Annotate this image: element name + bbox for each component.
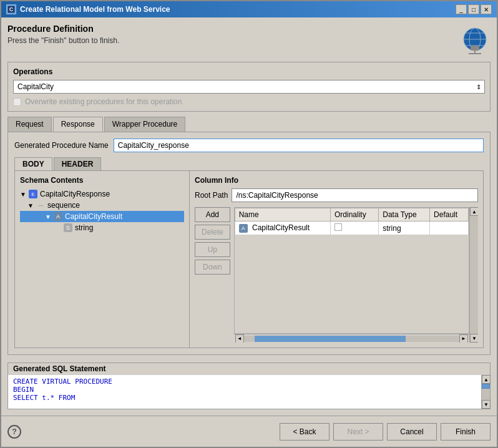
h-scroll-thumb: [255, 336, 406, 342]
help-icon: ?: [12, 427, 17, 436]
delete-button[interactable]: Delete: [195, 225, 230, 240]
down-button[interactable]: Down: [195, 260, 230, 275]
inner-tab-content: Schema Contents ▼ E CapitalCityResponse: [14, 170, 484, 348]
operations-select-wrapper: CapitalCity: [13, 80, 485, 94]
tab-response[interactable]: Response: [53, 117, 103, 132]
column-area: Add Delete Up Down: [195, 207, 478, 343]
operations-group: Operations CapitalCity Overwrite existin…: [7, 62, 491, 112]
tree-label-string: string: [75, 223, 93, 232]
tree-view: ▼ E CapitalCityResponse ▼ ···· sequence: [20, 188, 184, 343]
title-bar-controls: _ □ ✕: [456, 4, 492, 14]
sql-scroll-track: [482, 384, 490, 400]
v-scroll-up-btn[interactable]: ▲: [470, 207, 478, 216]
globe-icon: [459, 24, 491, 57]
add-button[interactable]: Add: [195, 207, 230, 222]
operations-label: Operations: [13, 67, 485, 76]
overwrite-label: Overwrite existing procedures for this o…: [25, 97, 182, 106]
overwrite-checkbox[interactable]: [13, 98, 21, 106]
procedure-name-label: Generated Procedure Name: [14, 141, 109, 150]
overwrite-row: Overwrite existing procedures for this o…: [13, 97, 485, 106]
sql-line-3: SELECT t.* FROM: [13, 394, 476, 402]
tab-content: Generated Procedure Name BODY HEADER Sch…: [7, 132, 491, 355]
next-button[interactable]: Next >: [333, 423, 383, 441]
tab-wrapper[interactable]: Wrapper Procedure: [104, 117, 186, 132]
title-bar: C Create Relational Model from Web Servi…: [1, 1, 497, 17]
column-buttons: Add Delete Up Down: [195, 207, 230, 343]
svg-rect-7: [471, 46, 479, 51]
column-table: Name Ordinality Data Type Default: [235, 208, 469, 235]
v-scroll-track: [470, 216, 478, 334]
scroll-left-btn[interactable]: ◄: [235, 334, 244, 343]
schema-panel: Schema Contents ▼ E CapitalCityResponse: [15, 171, 190, 348]
scroll-right-btn[interactable]: ►: [459, 334, 468, 343]
col-header-default: Default: [430, 208, 469, 222]
svg-text:C: C: [9, 6, 14, 12]
tabs-section: Request Response Wrapper Procedure Gener…: [7, 117, 491, 355]
tree-label-result: CapitalCityResult: [65, 212, 122, 221]
footer-left: ?: [7, 425, 26, 439]
up-button[interactable]: Up: [195, 242, 230, 257]
sql-vertical-scrollbar[interactable]: ▲ ▼: [481, 375, 490, 409]
tree-item-seq[interactable]: ▼ ···· sequence: [20, 200, 184, 211]
column-panel: Column Info Root Path Add Delete Up: [190, 171, 483, 348]
cancel-button[interactable]: Cancel: [387, 423, 437, 441]
cell-name: A CapitalCityResult: [235, 222, 330, 235]
window-title: Create Relational Model from Web Service: [20, 5, 170, 14]
maximize-button[interactable]: □: [468, 4, 479, 14]
row-name-value: CapitalCityResult: [252, 223, 310, 232]
col-header-datatype: Data Type: [379, 208, 430, 222]
row-icon-a: A: [239, 224, 248, 233]
procedure-name-row: Generated Procedure Name: [14, 139, 484, 152]
cell-ordinality[interactable]: [330, 222, 378, 235]
sql-section: Generated SQL Statement CREATE VIRTUAL P…: [7, 363, 491, 409]
tree-item-result[interactable]: ▼ A CapitalCityResult: [20, 211, 184, 222]
tree-item-root[interactable]: ▼ E CapitalCityResponse: [20, 188, 184, 200]
column-vertical-scrollbar[interactable]: ▲ ▼: [469, 207, 478, 343]
inner-tab-header[interactable]: HEADER: [54, 157, 102, 170]
page-title: Procedure Definition: [7, 24, 119, 34]
icon-e: E: [29, 190, 37, 198]
minimize-button[interactable]: _: [456, 4, 467, 14]
header-text: Procedure Definition Press the "Finish" …: [7, 24, 119, 45]
table-horizontal-scrollbar[interactable]: ◄ ►: [234, 334, 469, 343]
column-table-wrapper: Name Ordinality Data Type Default: [234, 207, 469, 343]
sql-scroll-up[interactable]: ▲: [482, 375, 491, 384]
icon-dots: ····: [36, 201, 45, 210]
inner-tab-bar: BODY HEADER: [14, 157, 484, 170]
schema-label: Schema Contents: [20, 176, 184, 185]
finish-button[interactable]: Finish: [441, 423, 491, 441]
sql-line-1: CREATE VIRTUAL PROCEDURE: [13, 377, 476, 386]
cell-default: [430, 222, 469, 235]
close-button[interactable]: ✕: [481, 4, 492, 14]
col-header-name: Name: [235, 208, 330, 222]
icon-s: S: [64, 223, 72, 232]
tree-item-string[interactable]: S string: [20, 222, 184, 233]
col-header-ordinality: Ordinality: [330, 208, 378, 222]
procedure-name-input[interactable]: [114, 139, 484, 152]
root-path-label: Root Path: [195, 191, 228, 200]
icon-a: A: [54, 212, 62, 221]
v-scroll-down-btn[interactable]: ▼: [470, 334, 478, 343]
footer-buttons: < Back Next > Cancel Finish: [280, 423, 491, 441]
root-path-row: Root Path: [195, 188, 478, 202]
h-scroll-track: [244, 336, 459, 342]
sql-scroll-down[interactable]: ▼: [482, 400, 491, 409]
app-icon: C: [6, 4, 16, 14]
main-window: C Create Relational Model from Web Servi…: [0, 0, 498, 448]
tree-label-root: CapitalCityResponse: [40, 190, 110, 198]
back-button[interactable]: < Back: [280, 423, 330, 441]
inner-tab-body[interactable]: BODY: [14, 157, 52, 170]
tab-request[interactable]: Request: [7, 117, 52, 132]
content-area: Procedure Definition Press the "Finish" …: [1, 17, 497, 416]
inner-tabs-container: BODY HEADER Schema Contents ▼ E: [14, 157, 484, 348]
title-bar-left: C Create Relational Model from Web Servi…: [6, 4, 170, 14]
column-info-label: Column Info: [195, 176, 478, 185]
root-path-input[interactable]: [232, 188, 478, 202]
ordinality-checkbox[interactable]: [334, 223, 342, 231]
help-button[interactable]: ?: [7, 425, 21, 439]
tree-label-seq: sequence: [47, 201, 80, 210]
operations-select[interactable]: CapitalCity: [13, 80, 485, 94]
table-row: A CapitalCityResult string: [235, 222, 468, 235]
sql-line-2: BEGIN: [13, 386, 476, 394]
cell-datatype: string: [379, 222, 430, 235]
